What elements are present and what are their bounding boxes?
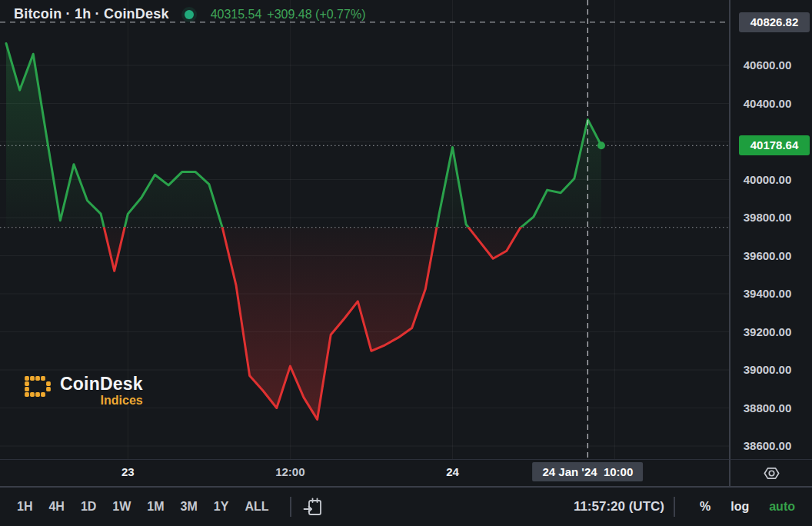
price-axis[interactable]: 40600.0040400.0040000.0039800.0039600.00…: [729, 0, 812, 486]
toolbar-divider: [674, 497, 675, 517]
time-tick: 23: [121, 465, 135, 478]
price-tick: 38600.00: [730, 439, 804, 453]
price-tick: 39200.00: [730, 325, 804, 339]
bottom-toolbar: 1H4H1D1W1M3M1YALL 11:57:20 (UTC) % log a…: [0, 486, 812, 526]
price-tick: 40000.00: [730, 173, 804, 187]
percent-scale-button[interactable]: %: [695, 497, 715, 517]
crosshair-price-label: 40826.82: [739, 12, 810, 32]
range-button-1y[interactable]: 1Y: [209, 497, 234, 517]
chart-plot-area[interactable]: Bitcoin · 1h · CoinDesk 40315.54 +309.48…: [0, 0, 729, 459]
coindesk-watermark: CoinDesk Indices: [23, 375, 143, 408]
axis-settings-icon: [762, 464, 781, 483]
range-button-all[interactable]: ALL: [240, 497, 273, 517]
range-selector: 1H4H1D1W1M3M1YALL: [12, 497, 281, 517]
price-tick: 39400.00: [730, 287, 804, 301]
toolbar-divider: [290, 497, 291, 517]
calendar-arrow-icon: [302, 497, 323, 518]
symbol-title[interactable]: Bitcoin · 1h · CoinDesk: [14, 6, 169, 22]
go-to-date-button[interactable]: [301, 495, 324, 519]
log-scale-button[interactable]: log: [726, 497, 754, 517]
range-button-1h[interactable]: 1H: [12, 497, 37, 517]
legend-price-change: +309.48 (+0.77%): [267, 8, 365, 22]
time-axis[interactable]: 2312:0024 24 Jan '24 10:00: [0, 459, 729, 486]
auto-scale-button[interactable]: auto: [764, 497, 800, 517]
range-button-1d[interactable]: 1D: [76, 497, 101, 517]
range-button-1m[interactable]: 1M: [142, 497, 168, 517]
price-tick: 39000.00: [730, 363, 804, 377]
price-tick: 39600.00: [730, 249, 804, 263]
clock[interactable]: 11:57:20 (UTC): [574, 499, 664, 514]
last-price-marker: [597, 141, 605, 149]
range-button-3m[interactable]: 3M: [176, 497, 202, 517]
axis-settings-button[interactable]: [729, 459, 812, 486]
watermark-subtitle: Indices: [60, 394, 143, 408]
time-tick: 24: [446, 465, 459, 478]
watermark-title: CoinDesk: [60, 375, 143, 393]
last-price-label: 40178.64: [739, 135, 810, 155]
time-tick: 12:00: [275, 465, 304, 478]
range-button-4h[interactable]: 4H: [44, 497, 68, 517]
market-status-dot: [185, 10, 194, 19]
legend-price-value: 40315.54: [211, 8, 262, 22]
coindesk-logo-icon: [23, 375, 55, 401]
price-tick: 40600.00: [730, 58, 804, 72]
crosshair-time-label: 24 Jan '24 10:00: [532, 462, 643, 481]
chart-app: Bitcoin · 1h · CoinDesk 40315.54 +309.48…: [0, 0, 812, 526]
price-tick: 40400.00: [730, 97, 804, 111]
legend: Bitcoin · 1h · CoinDesk 40315.54 +309.48…: [14, 6, 365, 22]
price-tick: 39800.00: [730, 211, 804, 225]
price-tick: 38800.00: [730, 401, 804, 415]
range-button-1w[interactable]: 1W: [108, 497, 135, 517]
